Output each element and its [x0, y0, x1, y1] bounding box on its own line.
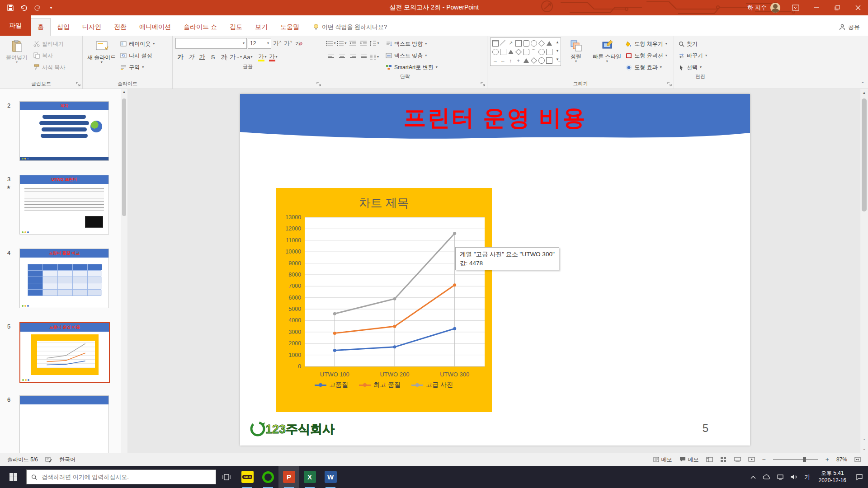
- reading-view-button[interactable]: [731, 457, 745, 462]
- drawing-dialog-launcher-icon[interactable]: [667, 82, 672, 87]
- share-button[interactable]: 공유: [831, 19, 868, 36]
- shape-effects-button[interactable]: 도형 효과▾: [624, 62, 669, 73]
- scrollbar-thumb[interactable]: [862, 99, 867, 211]
- zoom-out-button[interactable]: −: [759, 456, 769, 463]
- align-left-button[interactable]: [326, 52, 336, 62]
- character-spacing-button[interactable]: 가↔▾: [230, 52, 242, 62]
- excel-app-button[interactable]: X: [299, 466, 320, 488]
- quick-styles-button[interactable]: 빠른 스타일▾: [591, 38, 623, 64]
- arrange-button[interactable]: 정렬▾: [562, 38, 590, 64]
- convert-to-smartart-button[interactable]: SmartArt로 변환▾: [384, 62, 439, 73]
- main-scrollbar[interactable]: ▲ ⌃ ⌄: [860, 89, 868, 453]
- paragraph-dialog-launcher-icon[interactable]: [481, 82, 486, 87]
- chart-legend[interactable]: 고품질최고 품질고급 사진: [276, 381, 492, 389]
- tellme-box[interactable]: 어떤 작업을 원하시나요?: [306, 19, 394, 36]
- shape-option[interactable]: [547, 41, 552, 46]
- underline-button[interactable]: 가: [197, 52, 207, 62]
- shape-option[interactable]: [530, 57, 537, 63]
- decrease-indent-button[interactable]: [348, 38, 358, 48]
- shape-option[interactable]: ⌒: [531, 49, 537, 55]
- volume-icon[interactable]: [787, 466, 801, 488]
- slideshow-view-button[interactable]: [745, 457, 759, 462]
- shape-option[interactable]: [538, 57, 545, 64]
- tab-review[interactable]: 검토: [223, 19, 249, 36]
- taskbar-search-box[interactable]: [26, 469, 216, 484]
- shape-option[interactable]: [515, 48, 521, 55]
- font-dialog-launcher-icon[interactable]: [316, 82, 321, 87]
- fit-to-window-button[interactable]: [851, 457, 864, 462]
- decrease-font-button[interactable]: 가˅: [283, 38, 293, 48]
- onedrive-cloud-icon[interactable]: [760, 466, 774, 488]
- cut-button[interactable]: 잘라내기: [32, 38, 67, 49]
- chart-title[interactable]: 차트 제목: [276, 188, 492, 211]
- paste-button[interactable]: 붙여넣기▾: [3, 38, 31, 65]
- justify-button[interactable]: [359, 52, 368, 62]
- legend-item[interactable]: 고급 사진: [411, 381, 453, 389]
- tab-design[interactable]: 디자인: [76, 19, 108, 36]
- increase-indent-button[interactable]: [359, 38, 368, 48]
- highlight-color-button[interactable]: 가▾: [257, 52, 267, 62]
- text-direction-button[interactable]: 텍스트 방향▾: [384, 38, 439, 49]
- redo-icon[interactable]: [32, 2, 43, 14]
- tab-slideshow[interactable]: 슬라이드 쇼: [177, 19, 223, 36]
- new-slide-button[interactable]: 새 슬라이드▾: [85, 38, 118, 65]
- reset-button[interactable]: 다시 설정: [118, 50, 156, 61]
- collapse-ribbon-icon[interactable]: ⌃: [861, 81, 864, 86]
- legend-item[interactable]: 최고 품질: [359, 381, 401, 389]
- thumbnail-scrollbar[interactable]: ▲: [121, 89, 127, 453]
- shape-option[interactable]: [546, 57, 552, 64]
- ribbon-display-options-icon[interactable]: [786, 0, 806, 15]
- qat-customize-icon[interactable]: ▾: [45, 2, 57, 14]
- find-button[interactable]: 찾기: [677, 38, 724, 49]
- line-chart-plot[interactable]: 0100020003000400050006000700080009000100…: [276, 213, 492, 381]
- legend-item[interactable]: 고품질: [315, 381, 348, 389]
- align-right-button[interactable]: [348, 52, 358, 62]
- tab-help[interactable]: 도움말: [274, 19, 306, 36]
- scroll-up-icon[interactable]: ▲: [860, 89, 868, 97]
- user-name[interactable]: 하 지수: [747, 4, 767, 12]
- tab-file[interactable]: 파일: [0, 15, 31, 36]
- format-painter-button[interactable]: 서식 복사: [32, 62, 67, 73]
- strikethrough-button[interactable]: S: [208, 52, 218, 62]
- shape-option[interactable]: [500, 49, 506, 55]
- increase-font-button[interactable]: 가˄: [272, 38, 282, 48]
- shapes-more-icon[interactable]: ▼̲: [554, 55, 561, 64]
- tab-transitions[interactable]: 전환: [108, 19, 133, 36]
- shape-option[interactable]: [538, 49, 545, 55]
- thumbnail-slide-4[interactable]: 프린터 품질 비교: [19, 249, 109, 308]
- clipboard-dialog-launcher-icon[interactable]: [76, 82, 81, 87]
- shape-option[interactable]: [524, 58, 529, 63]
- replace-button[interactable]: 바꾸기▾: [677, 50, 724, 61]
- shape-option[interactable]: ↗: [508, 40, 514, 47]
- search-input[interactable]: [41, 473, 211, 481]
- shape-option[interactable]: [492, 40, 499, 47]
- shape-option[interactable]: [538, 40, 544, 46]
- slide-indicator[interactable]: 슬라이드 5/6: [4, 453, 42, 466]
- taskbar-clock[interactable]: 오후 5:41 2020-12-16: [814, 470, 851, 484]
- zoom-in-button[interactable]: +: [822, 456, 833, 463]
- language-indicator[interactable]: 한국어: [56, 453, 79, 466]
- slide-editing-surface[interactable]: 프린터 운영 비용 차트 제목 010002000300040005000600…: [240, 94, 750, 446]
- thumbnail-slide-3[interactable]: UTWO 프린터: [19, 175, 109, 235]
- numbering-button[interactable]: ▾: [337, 38, 347, 48]
- chart-object[interactable]: 차트 제목 0100020003000400050006000700080009…: [276, 188, 492, 412]
- italic-button[interactable]: 가: [186, 52, 196, 62]
- thumbnail-slide-5-selected[interactable]: 프린터 운영 비용: [19, 322, 110, 383]
- scroll-up-icon[interactable]: ▲: [121, 89, 127, 95]
- start-button[interactable]: [0, 466, 26, 488]
- hidden-icons-chevron-icon[interactable]: [746, 466, 760, 488]
- minimize-button[interactable]: [807, 0, 826, 15]
- shape-outline-button[interactable]: 도형 윤곽선▾: [624, 50, 669, 61]
- shape-option[interactable]: [523, 40, 529, 47]
- thumbnail-slide-2[interactable]: 목차: [19, 101, 109, 161]
- tab-insert[interactable]: 삽입: [51, 19, 76, 36]
- text-shadow-button[interactable]: 가: [219, 52, 229, 62]
- font-size-combo[interactable]: 12▾: [248, 38, 271, 49]
- zoom-slider[interactable]: [773, 459, 818, 460]
- section-button[interactable]: 구역▾: [118, 62, 156, 73]
- network-icon[interactable]: [774, 466, 787, 488]
- kakaotalk-app-button[interactable]: TALK: [237, 466, 258, 488]
- shape-option[interactable]: [546, 49, 552, 55]
- maximize-button[interactable]: [827, 0, 847, 15]
- green-app-button[interactable]: [258, 466, 278, 488]
